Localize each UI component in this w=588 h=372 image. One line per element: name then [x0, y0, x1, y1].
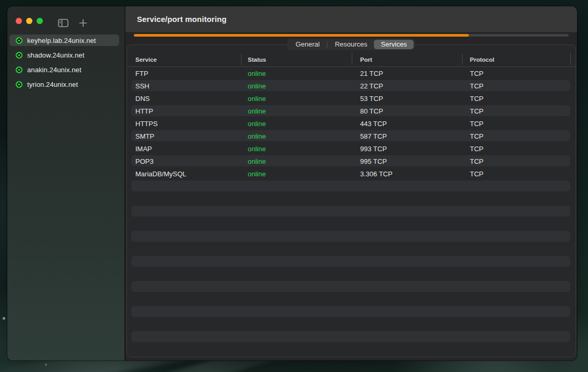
sidebar-item-server[interactable]: anakin.24unix.net	[9, 64, 119, 75]
server-name: tyrion.24unix.net	[27, 81, 78, 88]
cell-protocol: TCP	[470, 132, 483, 140]
cell-service: POP3	[135, 157, 154, 165]
table-body: FTPonline21 TCPTCPSSHonline22 TCPTCPDNSo…	[127, 67, 575, 357]
server-name: shadow.24unix.net	[27, 51, 84, 59]
cell-port: 995 TCP	[360, 157, 387, 165]
column-header-protocol[interactable]: Protocol	[470, 57, 494, 63]
table-row-empty	[127, 293, 575, 306]
zoom-button[interactable]	[37, 18, 43, 24]
cell-protocol: TCP	[470, 82, 483, 90]
table-row[interactable]: FTPonline21 TCPTCP	[127, 67, 575, 80]
table-row-empty	[127, 193, 575, 205]
server-online-icon	[16, 37, 22, 44]
cell-service: HTTPS	[135, 120, 158, 128]
cell-service: MariaDB/MySQL	[135, 170, 187, 178]
close-button[interactable]	[16, 18, 22, 24]
table-row-empty	[127, 280, 575, 293]
tab-separator	[327, 41, 328, 48]
server-list: keyhelp.lab.24unix.netshadow.24unix.neta…	[9, 35, 119, 93]
column-header-port[interactable]: Port	[360, 57, 372, 63]
cell-protocol: TCP	[470, 95, 483, 103]
cell-status: online	[248, 157, 266, 165]
cell-port: 53 TCP	[360, 95, 383, 103]
server-online-icon	[16, 81, 22, 88]
cell-service: HTTP	[135, 107, 153, 115]
cell-status: online	[248, 95, 266, 103]
cell-status: online	[248, 70, 266, 77]
table-row-empty	[127, 230, 575, 243]
cell-protocol: TCP	[470, 170, 483, 178]
add-server-button[interactable]	[79, 19, 87, 27]
column-header-status[interactable]: Status	[248, 57, 266, 63]
tab-resources[interactable]: Resources	[328, 40, 374, 49]
services-table-panel: Service Status Port Protocol FTPonline21…	[126, 44, 576, 357]
server-online-icon	[16, 52, 22, 59]
table-row[interactable]: HTTPSonline443 TCPTCP	[127, 117, 575, 130]
progress-fill	[134, 34, 469, 37]
cell-status: online	[248, 107, 266, 115]
sidebar: keyhelp.lab.24unix.netshadow.24unix.neta…	[7, 6, 125, 360]
server-name: keyhelp.lab.24unix.net	[27, 37, 96, 44]
table-row[interactable]: SMTPonline587 TCPTCP	[127, 130, 575, 142]
table-row-empty	[127, 205, 575, 218]
sidebar-toggle-icon	[58, 19, 68, 27]
cell-port: 22 TCP	[360, 82, 383, 90]
sidebar-toggle-button[interactable]	[58, 19, 68, 27]
tab-bar: GeneralResourcesServices	[287, 39, 415, 50]
cell-port: 80 TCP	[360, 107, 383, 115]
column-separator	[462, 53, 463, 65]
cell-service: SMTP	[135, 132, 154, 140]
table-row-empty	[127, 243, 575, 255]
cell-service: SSH	[135, 82, 149, 90]
cell-service: DNS	[135, 95, 149, 103]
column-separator	[352, 53, 352, 65]
minimize-button[interactable]	[26, 18, 32, 24]
cell-service: IMAP	[135, 145, 152, 153]
sidebar-toolbar	[58, 19, 87, 27]
table-row-empty	[127, 268, 575, 280]
traffic-lights	[16, 18, 43, 24]
sidebar-item-server[interactable]: tyrion.24unix.net	[9, 78, 119, 90]
tab-general[interactable]: General	[289, 40, 326, 49]
table-row[interactable]: SSHonline22 TCPTCP	[127, 80, 575, 92]
titlebar: Service/port monitoring	[125, 6, 577, 32]
column-separator	[570, 53, 571, 65]
column-separator	[241, 53, 241, 65]
sidebar-item-server[interactable]: keyhelp.lab.24unix.net	[9, 35, 119, 46]
page-title: Service/port monitoring	[137, 15, 227, 24]
cell-protocol: TCP	[470, 107, 483, 115]
app-window: keyhelp.lab.24unix.netshadow.24unix.neta…	[7, 6, 577, 360]
table-row-empty	[127, 306, 575, 318]
table-row[interactable]: DNSonline53 TCPTCP	[127, 92, 575, 105]
cell-port: 993 TCP	[360, 145, 387, 153]
table-row-empty	[127, 318, 575, 331]
table-row-empty	[127, 218, 575, 230]
cell-protocol: TCP	[470, 120, 483, 128]
cell-protocol: TCP	[470, 70, 483, 77]
table-row[interactable]: IMAPonline993 TCPTCP	[127, 142, 575, 155]
table-row-empty	[127, 343, 575, 356]
table-row-empty	[127, 180, 575, 193]
cell-service: FTP	[135, 70, 148, 77]
table-row-empty	[127, 331, 575, 343]
add-icon	[79, 19, 87, 27]
cell-status: online	[248, 82, 266, 90]
column-header-service[interactable]: Service	[135, 57, 157, 63]
cell-port: 443 TCP	[360, 120, 387, 128]
cell-status: online	[248, 132, 266, 140]
cell-protocol: TCP	[470, 157, 483, 165]
table-row[interactable]: HTTPonline80 TCPTCP	[127, 105, 575, 117]
desktop: { "window": { "title": "Service/port mon…	[0, 0, 588, 372]
cell-port: 21 TCP	[360, 70, 383, 77]
tab-services[interactable]: Services	[374, 40, 414, 49]
cell-port: 587 TCP	[360, 132, 387, 140]
wallpaper-star	[3, 317, 5, 320]
cell-status: online	[248, 145, 266, 153]
sidebar-item-server[interactable]: shadow.24unix.net	[9, 49, 119, 61]
table-row[interactable]: MariaDB/MySQLonline3.306 TCPTCP	[127, 167, 575, 180]
cell-port: 3.306 TCP	[360, 170, 393, 178]
cell-protocol: TCP	[470, 145, 483, 153]
table-row[interactable]: POP3online995 TCPTCP	[127, 155, 575, 167]
scan-progress-bar	[134, 34, 569, 37]
table-row-empty	[127, 255, 575, 268]
